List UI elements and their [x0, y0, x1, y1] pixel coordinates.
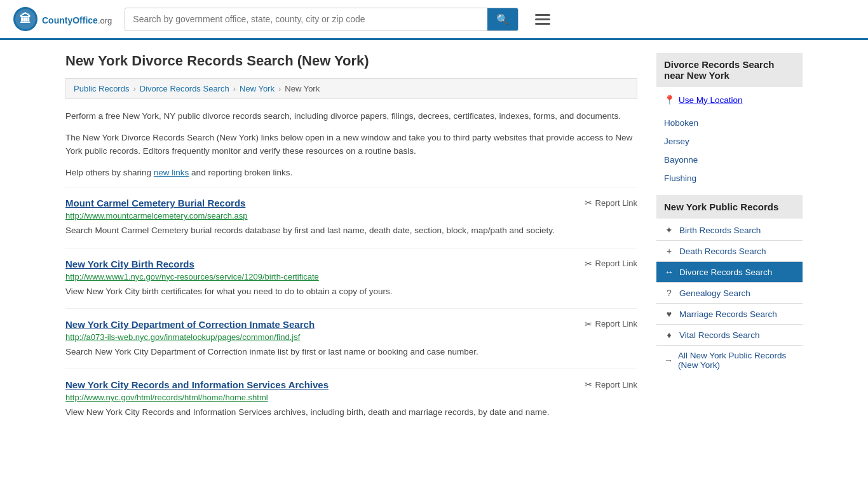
record-url-1[interactable]: http://www.www1.nyc.gov/nyc-resources/se…	[65, 272, 637, 281]
breadcrumb-link-3[interactable]: New York	[240, 84, 275, 93]
use-my-location[interactable]: 📍 Use My Location	[656, 88, 803, 111]
nearby-location-link-3[interactable]: Flushing	[664, 173, 696, 183]
record-title-3[interactable]: New York City Records and Information Se…	[65, 379, 329, 390]
sidebar-record-item-4[interactable]: ♥ Marriage Records Search	[656, 304, 803, 324]
sidebar-record-link-5[interactable]: Vital Records Search	[679, 330, 760, 340]
sidebar: Divorce Records Search near New York 📍 U…	[656, 53, 803, 429]
page-title: New York Divorce Records Search (New Yor…	[65, 53, 637, 69]
sidebar-record-item-2[interactable]: ↔ Divorce Records Search	[656, 262, 803, 282]
record-desc-3: View New York City Records and Informati…	[65, 406, 637, 419]
logo[interactable]: 🏛 CountyOffice.org	[13, 6, 112, 32]
report-link-button-2[interactable]: ✂ Report Link	[585, 319, 637, 329]
new-links-link[interactable]: new links	[154, 168, 189, 177]
pin-icon: 📍	[664, 95, 675, 105]
sidebar-icon-3: ?	[664, 288, 674, 298]
record-desc-0: Search Mount Carmel Cemetery burial reco…	[65, 224, 637, 237]
nearby-location-link-0[interactable]: Hoboken	[664, 118, 698, 128]
description-2: The New York Divorce Records Search (New…	[65, 131, 637, 158]
use-my-location-link[interactable]: Use My Location	[679, 95, 743, 105]
breadcrumb-current: New York	[285, 84, 320, 93]
record-title-1[interactable]: New York City Birth Records	[65, 259, 194, 269]
report-icon-0: ✂	[585, 198, 592, 208]
search-icon: 🔍	[496, 14, 509, 25]
sidebar-icon-5: ♦	[664, 330, 674, 340]
sidebar-icon-4: ♥	[664, 309, 674, 319]
description-1: Perform a free New York, NY public divor…	[65, 109, 637, 123]
hamburger-icon	[535, 14, 550, 16]
nearby-location-link-2[interactable]: Bayonne	[664, 155, 698, 165]
breadcrumb-link-1[interactable]: Public Records	[74, 84, 129, 93]
breadcrumb-sep-1: ›	[133, 84, 135, 93]
breadcrumb: Public Records › Divorce Records Search …	[65, 78, 637, 99]
public-records-header: New York Public Records	[656, 195, 803, 219]
nearby-location-link-1[interactable]: Jersey	[664, 137, 689, 146]
nearby-location-0[interactable]: Hoboken	[656, 114, 803, 132]
report-icon-2: ✂	[585, 319, 592, 329]
sidebar-record-item-1[interactable]: + Death Records Search	[656, 241, 803, 261]
record-url-3[interactable]: http://www.nyc.gov/html/records/html/hom…	[65, 393, 637, 402]
sidebar-record-item-5[interactable]: ♦ Vital Records Search	[656, 325, 803, 345]
sidebar-record-link-0[interactable]: Birth Records Search	[679, 226, 761, 235]
hamburger-icon	[535, 18, 550, 20]
record-url-0[interactable]: http://www.mountcarmelcemetery.com/searc…	[65, 211, 637, 220]
record-entry: New York City Records and Information Se…	[65, 369, 637, 429]
nearby-location-1[interactable]: Jersey	[656, 132, 803, 151]
hamburger-icon	[535, 23, 550, 25]
record-desc-2: Search New York City Department of Corre…	[65, 346, 637, 358]
sidebar-icon-0: ✦	[664, 225, 674, 235]
nearby-location-2[interactable]: Bayonne	[656, 151, 803, 169]
nearby-location-3[interactable]: Flushing	[656, 169, 803, 187]
report-icon-3: ✂	[585, 379, 592, 390]
menu-button[interactable]	[531, 8, 554, 31]
record-title-2[interactable]: New York City Department of Correction I…	[65, 319, 315, 330]
sidebar-record-item-6[interactable]: → All New York Public Records (New York)	[656, 346, 803, 375]
sidebar-icon-2: ↔	[664, 267, 674, 277]
report-link-button-1[interactable]: ✂ Report Link	[585, 259, 637, 269]
breadcrumb-sep-2: ›	[233, 84, 236, 93]
breadcrumb-sep-3: ›	[278, 84, 281, 93]
record-entry: New York City Birth Records ✂ Report Lin…	[65, 248, 637, 308]
report-icon-1: ✂	[585, 259, 592, 269]
svg-text:🏛: 🏛	[20, 12, 31, 25]
search-bar: 🔍	[125, 8, 519, 31]
sidebar-record-link-2[interactable]: Divorce Records Search	[679, 268, 772, 277]
nearby-locations: HobokenJerseyBayonneFlushing	[656, 111, 803, 190]
sidebar-icon-6: →	[664, 355, 673, 365]
sidebar-record-link-3[interactable]: Genealogy Search	[679, 288, 750, 298]
records-list: Mount Carmel Cemetery Burial Records ✂ R…	[65, 187, 637, 429]
sidebar-record-item-0[interactable]: ✦ Birth Records Search	[656, 220, 803, 240]
sidebar-record-link-4[interactable]: Marriage Records Search	[679, 309, 777, 319]
search-input[interactable]	[125, 9, 487, 29]
sidebar-record-link-6[interactable]: All New York Public Records (New York)	[678, 351, 795, 370]
report-link-button-0[interactable]: ✂ Report Link	[585, 198, 637, 208]
public-records-items: ✦ Birth Records Search + Death Records S…	[656, 220, 803, 375]
nearby-header: Divorce Records Search near New York	[656, 53, 803, 87]
logo-icon: 🏛	[13, 6, 38, 32]
search-button[interactable]: 🔍	[487, 8, 518, 30]
sidebar-icon-1: +	[664, 246, 674, 256]
record-desc-1: View New York City birth certificates fo…	[65, 285, 637, 298]
breadcrumb-link-2[interactable]: Divorce Records Search	[140, 84, 229, 93]
report-link-button-3[interactable]: ✂ Report Link	[585, 379, 637, 390]
record-entry: New York City Department of Correction I…	[65, 308, 637, 369]
sidebar-record-item-3[interactable]: ? Genealogy Search	[656, 283, 803, 303]
record-entry: Mount Carmel Cemetery Burial Records ✂ R…	[65, 187, 637, 247]
record-url-2[interactable]: http://a073-ils-web.nyc.gov/inmatelookup…	[65, 332, 637, 342]
record-title-0[interactable]: Mount Carmel Cemetery Burial Records	[65, 198, 245, 208]
sidebar-record-link-1[interactable]: Death Records Search	[679, 247, 766, 256]
logo-text: CountyOffice.org	[42, 12, 112, 27]
description-3: Help others by sharing new links and rep…	[65, 166, 637, 180]
